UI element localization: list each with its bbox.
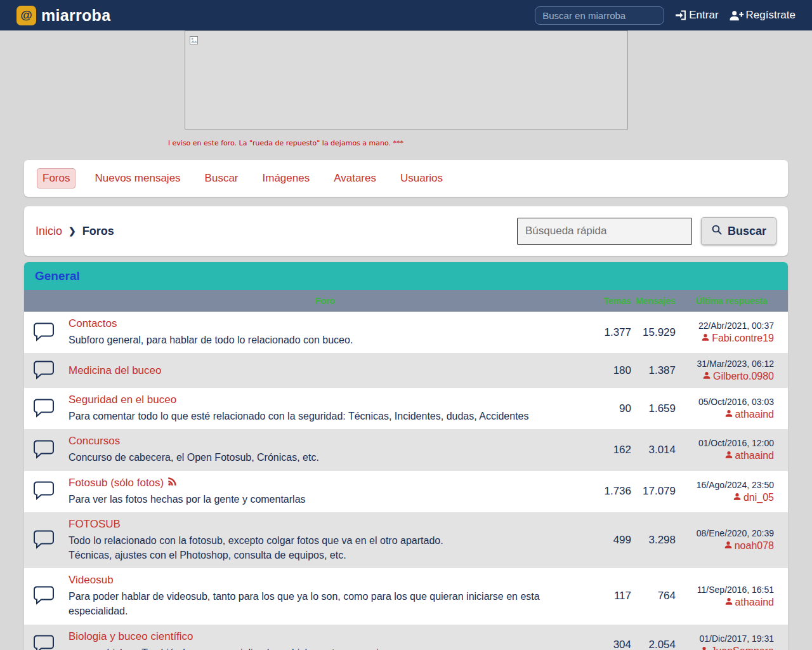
forum-description: Para poder hablar de videosub, tanto par… [69, 589, 580, 618]
miarroba-logo-icon: @ [16, 6, 36, 25]
column-mensajes: Mensajes [631, 296, 676, 306]
messages-count: 3.014 [631, 444, 676, 456]
last-reply-user[interactable]: Fabi.contre19 [676, 333, 774, 344]
user-icon [724, 450, 733, 461]
forum-link[interactable]: Biologia y buceo científico [69, 630, 193, 643]
last-reply-date: 16/Ago/2024, 23:50 [676, 480, 774, 490]
forum-row-contactos: Contactos Subforo general, para hablar d… [24, 312, 788, 353]
table-column-header: Foro Temas Mensajes Última respuesta [24, 290, 788, 312]
navbar-actions: Entrar Regístrate [535, 6, 796, 25]
forum-description: poz ezo bichos. También buceo especializ… [69, 646, 580, 650]
last-reply-user[interactable]: Gilberto.0980 [676, 371, 774, 382]
column-foro: Foro [63, 296, 587, 306]
register-label: Regístrate [746, 9, 796, 22]
forum-link[interactable]: Seguridad en el buceo [69, 394, 176, 406]
chevron-right-icon: ❯ [69, 226, 76, 236]
section-header: General [24, 262, 788, 290]
last-reply-date: 11/Sep/2016, 16:51 [676, 585, 774, 595]
brand[interactable]: @ miarroba [16, 6, 110, 25]
user-icon [701, 333, 710, 344]
forum-description: Para ver las fotos hechas por la gente y… [69, 492, 580, 507]
messages-count: 764 [631, 590, 676, 602]
messages-count: 15.929 [631, 326, 676, 339]
tab-imagenes[interactable]: Imágenes [258, 169, 315, 188]
forum-description: Para comentar todo lo que esté relaciona… [69, 409, 580, 423]
forum-row-fotosub-solo-fotos: Fotosub (sólo fotos) Para ver las fotos … [24, 471, 788, 512]
tab-nuevos-mensajes[interactable]: Nuevos mensajes [89, 169, 185, 188]
broken-image-icon [190, 36, 198, 47]
messages-count: 3.298 [631, 534, 676, 547]
banner-notice-text: l eviso en este foro. La "rueda de repue… [168, 139, 812, 147]
forum-section: General Foro Temas Mensajes Última respu… [24, 262, 788, 650]
section-title[interactable]: General [35, 269, 80, 282]
quick-search-input[interactable] [517, 218, 692, 245]
last-reply-user[interactable]: athaaind [676, 597, 774, 608]
register-link[interactable]: Regístrate [729, 9, 796, 22]
forum-link[interactable]: Contactos [69, 317, 117, 330]
login-label: Entrar [689, 9, 718, 22]
column-ultima-respuesta: Última respuesta [676, 296, 788, 306]
topics-count: 304 [587, 639, 631, 650]
forum-row-medicina: Medicina del buceo 180 1.387 31/Mar/2023… [24, 353, 788, 388]
topics-count: 1.377 [587, 326, 631, 339]
forum-link[interactable]: Fotosub (sólo fotos) [69, 477, 177, 489]
main-tabs: Foros Nuevos mensajes Buscar Imágenes Av… [24, 160, 788, 197]
search-button[interactable]: Buscar [701, 217, 776, 245]
messages-count: 1.387 [631, 364, 676, 377]
breadcrumb-bar: Inicio ❯ Foros Buscar [24, 206, 788, 256]
user-icon [702, 371, 711, 382]
tab-avatares[interactable]: Avatares [329, 169, 381, 188]
user-icon [724, 540, 733, 552]
user-icon [700, 646, 709, 650]
last-reply-user[interactable]: athaaind [676, 409, 774, 420]
forum-row-videosub: Videosub Para poder hablar de videosub, … [24, 568, 788, 624]
topics-count: 180 [587, 364, 631, 377]
breadcrumb-current: Foros [82, 225, 114, 238]
topics-count: 90 [587, 402, 631, 415]
last-reply-user[interactable]: dni_05 [676, 492, 774, 503]
login-icon [674, 9, 687, 22]
forum-description: Concurso de cabecera, el Open Fotosub, C… [69, 450, 580, 465]
login-link[interactable]: Entrar [674, 9, 718, 22]
forum-description: Subforo general, para hablar de todo lo … [69, 333, 580, 347]
last-reply-date: 31/Mar/2023, 06:12 [676, 359, 774, 369]
speech-bubble-icon [32, 633, 55, 650]
speech-bubble-icon [32, 529, 55, 552]
forum-row-fotosub: FOTOSUB Todo lo relacionado con la fotos… [24, 512, 788, 568]
tab-usuarios[interactable]: Usuarios [395, 169, 448, 188]
forum-link[interactable]: FOTOSUB [69, 518, 121, 531]
site-search-input[interactable] [535, 6, 664, 25]
forum-row-seguridad: Seguridad en el buceo Para comentar todo… [24, 388, 788, 429]
speech-bubble-icon [32, 585, 55, 607]
speech-bubble-icon [32, 321, 55, 344]
forum-link[interactable]: Medicina del buceo [69, 364, 161, 377]
magnifier-icon [711, 224, 723, 239]
rss-icon[interactable] [167, 477, 177, 489]
tab-foros[interactable]: Foros [37, 168, 75, 189]
last-reply-user[interactable]: JuanSempere [676, 646, 774, 650]
speech-bubble-icon [32, 439, 55, 461]
messages-count: 17.079 [631, 485, 676, 498]
last-reply-user[interactable]: athaaind [676, 450, 774, 461]
messages-count: 1.659 [631, 402, 676, 415]
topics-count: 1.736 [587, 485, 631, 498]
topics-count: 117 [587, 590, 631, 602]
forum-link[interactable]: Videosub [69, 574, 114, 587]
forum-row-biologia: Biologia y buceo científico poz ezo bich… [24, 625, 788, 650]
forum-link[interactable]: Concursos [69, 435, 120, 448]
last-reply-date: 22/Abr/2021, 00:37 [676, 321, 774, 331]
last-reply-date: 01/Oct/2016, 12:00 [676, 438, 774, 448]
top-navbar: @ miarroba Entrar Regístrate [0, 0, 812, 30]
user-icon [724, 597, 733, 608]
last-reply-date: 05/Oct/2016, 03:03 [676, 397, 774, 407]
speech-bubble-icon [32, 359, 55, 382]
tab-buscar[interactable]: Buscar [200, 169, 244, 188]
last-reply-date: 01/Dic/2017, 19:31 [676, 633, 774, 644]
register-icon [729, 9, 744, 22]
topics-count: 162 [587, 444, 631, 456]
last-reply-date: 08/Ene/2020, 20:39 [676, 528, 774, 538]
breadcrumb: Inicio ❯ Foros [36, 225, 114, 238]
last-reply-user[interactable]: noah078 [676, 540, 774, 552]
forum-description: Todo lo relacionado con la fotosub, exce… [69, 533, 580, 562]
breadcrumb-home[interactable]: Inicio [36, 225, 62, 238]
